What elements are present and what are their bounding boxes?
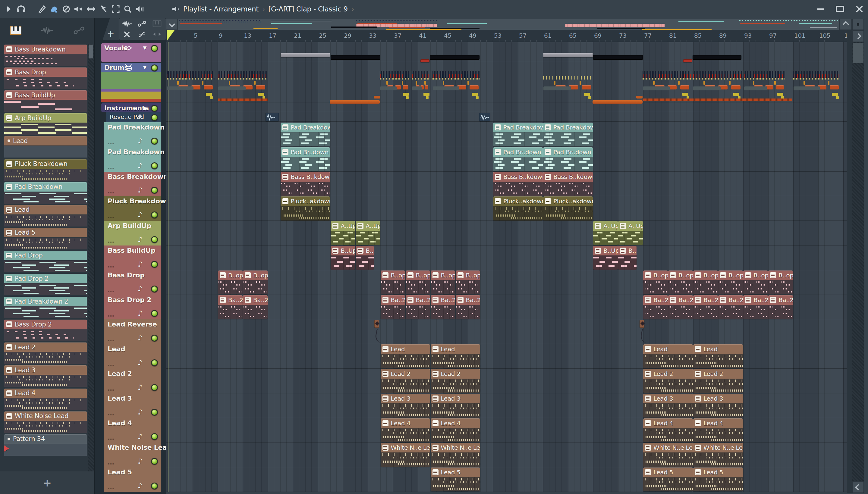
clip-header[interactable]: Lead 5	[431, 468, 480, 477]
clip-b-up-28[interactable]: B..Up	[593, 246, 618, 270]
clip-white-n-e-lead-74[interactable]: White N..e Lead	[643, 443, 693, 467]
track-enable-led[interactable]	[151, 433, 158, 440]
clip-lead-5-76[interactable]: Lead 5	[431, 468, 480, 491]
pattern-card-header[interactable]: White Noise Lead	[4, 412, 87, 421]
note-icon[interactable]: ♪	[138, 334, 142, 342]
clip-a-up-22[interactable]: A..Up	[331, 221, 355, 245]
scroll-up-button[interactable]	[852, 31, 864, 42]
monitor-speaker-icon[interactable]	[133, 0, 146, 18]
breadcrumb-project[interactable]: [G-ART] Clap - Classic 9	[268, 5, 348, 13]
pattern-card-lead-7[interactable]: Lead	[4, 205, 87, 227]
note-icon[interactable]: ♪	[138, 309, 142, 318]
clip-header[interactable]: Lead	[643, 344, 693, 354]
clip-ba-2-42[interactable]: Ba..2	[218, 295, 243, 319]
clip-header[interactable]: B..op	[456, 270, 480, 280]
track-header-lead-4[interactable]: Lead 4♪…	[104, 418, 161, 443]
flag-pencil-icon[interactable]	[97, 0, 110, 18]
pattern-card-header[interactable]: Lead 4	[4, 388, 87, 398]
audio-tab waveform-icon[interactable]	[41, 26, 53, 36]
clip-vblack-7[interactable]	[692, 55, 741, 60]
width-icon[interactable]	[149, 29, 165, 40]
track-options-dots[interactable]: …	[108, 187, 114, 195]
track-enable-led[interactable]	[151, 458, 158, 465]
pattern-card-lead-3-14[interactable]: Lead 3	[4, 365, 87, 387]
clip-b-op-35[interactable]: B..op	[456, 270, 480, 294]
clip-b-op-30[interactable]: B..op	[218, 270, 243, 294]
clip-lead-3-65[interactable]: Lead 3	[431, 394, 480, 417]
playhead-marker[interactable]	[167, 30, 174, 41]
vertical-scrollbar[interactable]	[852, 42, 864, 481]
clip-header[interactable]: Ba..2	[768, 295, 793, 305]
clip-lead-4-70[interactable]: Lead 4	[643, 418, 693, 442]
note-icon[interactable]: ♪	[138, 137, 142, 145]
track-enable-led[interactable]	[151, 114, 158, 121]
clip-header[interactable]: Ba..2	[243, 295, 267, 305]
playlist-overview-strip[interactable]	[178, 19, 840, 30]
track-enable-led[interactable]	[151, 45, 158, 52]
track-header-lead[interactable]: Lead♪…	[104, 344, 161, 369]
pattern-card-header[interactable]: Lead 2	[4, 342, 87, 352]
draw-icon[interactable]	[48, 0, 61, 18]
drum-note-cluster-5[interactable]	[543, 71, 593, 99]
pattern-card-header[interactable]: Pad Breakdown 2	[4, 297, 87, 306]
clip-pluck-akdown-21[interactable]: Pluck..akdown	[543, 196, 593, 220]
drum-note-cluster-3[interactable]	[412, 71, 429, 99]
clip-pluck-akdown-19[interactable]: Pluck..akdown	[281, 196, 330, 220]
pattern-card-pad-breakdown-2-11[interactable]: Pad Breakdown 2	[4, 297, 87, 318]
track-header-lead-reverse[interactable]: Lead Reverse♪…	[104, 319, 161, 344]
note-icon[interactable]: ♪	[138, 211, 142, 219]
clip-lead-3-66[interactable]: Lead 3	[643, 394, 693, 417]
clip-header[interactable]: Pad Br..down 2	[543, 147, 593, 157]
pattern-card-pad-drop-2-10[interactable]: Pad Drop 2	[4, 274, 87, 295]
clip-header[interactable]: Lead 2	[643, 369, 693, 379]
note-icon[interactable]: ♪	[138, 482, 142, 490]
track-options-dots[interactable]: …	[108, 237, 114, 244]
clip-autoa-8[interactable]	[265, 113, 279, 121]
clip-header[interactable]: Bass B..kdown	[543, 172, 593, 182]
headphones-icon[interactable]	[15, 0, 28, 18]
clip-b-p-29[interactable]: B..p	[618, 246, 636, 270]
collapse-up-icon[interactable]: ▲	[143, 105, 146, 111]
track-header-bass-buildup[interactable]: Bass BuildUp♪…	[104, 246, 161, 270]
clip-b-op-37[interactable]: B..op	[668, 270, 693, 294]
drum-note-cluster-2[interactable]	[380, 71, 409, 99]
clip-vblack-5[interactable]	[593, 55, 643, 60]
clip-autob-55[interactable]	[640, 320, 644, 328]
clip-pluck-akdown-20[interactable]: Pluck..akdown	[493, 196, 543, 220]
clip-lead-58[interactable]: Lead	[643, 344, 693, 368]
pattern-card-bass-drop-1[interactable]: Bass Drop	[4, 68, 87, 89]
pattern-card-pattern-34-17[interactable]: Pattern 34	[4, 434, 87, 456]
clip-header[interactable]: Lead 3	[693, 394, 743, 403]
track-enable-led[interactable]	[151, 384, 158, 391]
clip-header[interactable]: Pad Breakdown	[543, 122, 593, 132]
pattern-card-header[interactable]: Lead 3	[4, 365, 87, 375]
mute-icon[interactable]	[72, 0, 85, 18]
track-header-arp-buildup[interactable]: Arp BuildUp♪…	[104, 221, 161, 246]
pattern-card-arp-buildup-3[interactable]: Arp BuildUp	[4, 113, 87, 135]
track-header-bass-drop[interactable]: Bass Drop♪…	[104, 270, 161, 295]
pattern-card-lead-4[interactable]: Lead	[4, 136, 87, 157]
automation-tab link-icon[interactable]	[74, 26, 85, 36]
clip-header[interactable]: B..op	[668, 270, 693, 280]
clip-header[interactable]: B..op	[768, 270, 793, 280]
clip-pad-br-down-2-14[interactable]: Pad Br..down 2	[493, 147, 543, 171]
clip-header[interactable]: Ba..2	[431, 295, 456, 305]
clip-header[interactable]: A..Up	[331, 221, 355, 231]
clip-autob-54[interactable]	[374, 320, 379, 328]
track-options-dots[interactable]: …	[108, 212, 114, 220]
clip-header[interactable]: Ba..2	[381, 295, 405, 305]
clip-vblack-1[interactable]	[331, 55, 380, 60]
track-header-bass-breakdown[interactable]: Bass Breakdown♪…	[104, 172, 161, 196]
clip-header[interactable]: Ba..2	[218, 295, 243, 305]
track-options-dots[interactable]: …	[108, 262, 114, 269]
drum-note-cluster-4[interactable]	[432, 71, 480, 99]
pattern-card-header[interactable]: Lead 5	[4, 228, 87, 238]
clip-header[interactable]: Ba..2	[743, 295, 768, 305]
note-icon[interactable]: ♪	[138, 432, 142, 441]
pattern-card-header[interactable]: Bass Breakdown	[4, 44, 87, 54]
drum-note-cluster-6[interactable]	[643, 71, 691, 99]
clip-header[interactable]: Lead	[693, 344, 743, 354]
pattern-card-bass-buildup-2[interactable]: Bass BuildUp	[4, 90, 87, 112]
clip-header[interactable]: Lead	[431, 344, 480, 354]
breadcrumb-view[interactable]: Playlist - Arrangement	[183, 5, 259, 13]
